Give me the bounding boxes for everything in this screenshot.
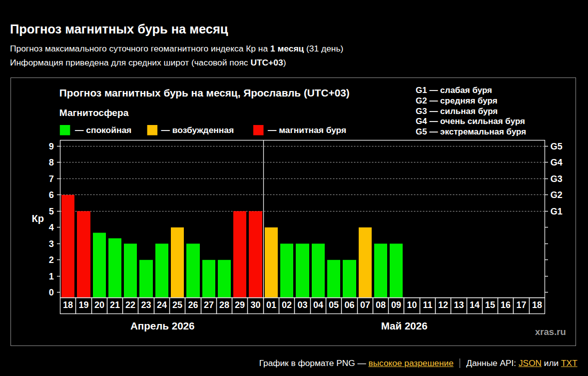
svg-text:06: 06	[344, 300, 354, 310]
svg-text:G4: G4	[551, 158, 563, 168]
svg-text:05: 05	[329, 300, 339, 310]
svg-text:23: 23	[141, 300, 151, 310]
svg-text:4: 4	[49, 222, 54, 232]
svg-text:14: 14	[470, 300, 480, 310]
svg-text:G3: G3	[551, 174, 563, 184]
svg-text:11: 11	[423, 300, 432, 310]
svg-text:13: 13	[454, 300, 464, 310]
svg-text:03: 03	[297, 300, 307, 310]
svg-text:30: 30	[250, 300, 260, 310]
svg-text:G5 — экстремальная буря: G5 — экстремальная буря	[416, 127, 526, 136]
svg-text:— возбужденная: — возбужденная	[161, 125, 234, 135]
svg-text:18: 18	[63, 300, 73, 310]
svg-text:3: 3	[49, 239, 54, 249]
svg-text:27: 27	[204, 300, 214, 310]
svg-text:29: 29	[235, 300, 245, 310]
svg-text:1: 1	[49, 272, 54, 282]
svg-text:G1: G1	[551, 206, 563, 216]
svg-text:G1 — слабая буря: G1 — слабая буря	[416, 86, 492, 95]
svg-text:04: 04	[313, 300, 323, 310]
svg-text:G3 — сильная буря: G3 — сильная буря	[416, 106, 498, 116]
svg-text:xras.ru: xras.ru	[535, 326, 566, 337]
svg-text:19: 19	[78, 300, 88, 310]
svg-text:Прогноз магнитных бурь на меся: Прогноз магнитных бурь на месяц, Ярослав…	[59, 87, 350, 98]
svg-text:26: 26	[188, 300, 198, 310]
svg-text:— магнитная буря: — магнитная буря	[268, 125, 346, 135]
svg-text:G2 — средняя буря: G2 — средняя буря	[416, 96, 498, 106]
svg-text:21: 21	[110, 300, 120, 310]
svg-text:10: 10	[407, 300, 417, 310]
svg-text:6: 6	[49, 190, 54, 200]
svg-text:07: 07	[360, 300, 370, 310]
svg-text:02: 02	[282, 300, 292, 310]
svg-text:12: 12	[438, 300, 448, 310]
svg-text:22: 22	[125, 300, 135, 310]
svg-text:8: 8	[49, 158, 54, 168]
svg-text:0: 0	[49, 288, 54, 298]
svg-text:20: 20	[94, 300, 104, 310]
svg-text:Кр: Кр	[32, 213, 44, 224]
svg-text:9: 9	[49, 142, 54, 152]
svg-text:Май 2026: Май 2026	[381, 320, 428, 332]
svg-text:2: 2	[49, 255, 54, 265]
svg-text:7: 7	[49, 174, 54, 184]
svg-text:18: 18	[532, 300, 542, 310]
svg-text:15: 15	[485, 300, 495, 310]
svg-text:28: 28	[219, 300, 229, 310]
svg-text:24: 24	[157, 300, 167, 310]
svg-text:G4 — очень сильная буря: G4 — очень сильная буря	[416, 116, 525, 126]
svg-text:16: 16	[501, 300, 511, 310]
svg-text:17: 17	[516, 300, 526, 310]
svg-text:08: 08	[376, 300, 386, 310]
svg-text:5: 5	[49, 206, 54, 216]
svg-text:25: 25	[172, 300, 182, 310]
svg-text:G2: G2	[551, 190, 563, 200]
svg-text:01: 01	[266, 300, 276, 310]
svg-text:— спокойная: — спокойная	[75, 125, 131, 135]
svg-text:Апрель 2026: Апрель 2026	[130, 320, 195, 332]
svg-text:Магнитосфера: Магнитосфера	[59, 108, 129, 118]
svg-text:G5: G5	[551, 142, 563, 152]
svg-text:09: 09	[391, 300, 401, 310]
